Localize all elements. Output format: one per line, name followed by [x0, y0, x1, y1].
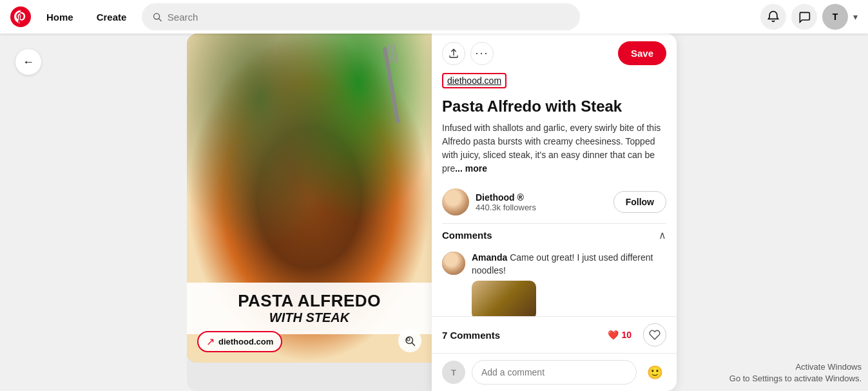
pin-title: Pasta Alfredo with Steak: [432, 94, 677, 121]
source-link[interactable]: diethood.com: [442, 73, 506, 88]
nav-chevron-icon[interactable]: ▾: [853, 12, 858, 22]
save-button[interactable]: Save: [618, 41, 666, 65]
detail-scroll-area[interactable]: ··· Save diethood.com Pasta Alfredo with…: [432, 34, 677, 316]
comment-input[interactable]: [472, 360, 637, 385]
source-tag-text: diethood.com: [218, 337, 273, 346]
like-count: 10: [621, 330, 632, 340]
heart-badge: ❤️ 10: [601, 327, 638, 343]
comments-label: Comments: [442, 230, 492, 241]
back-button[interactable]: ←: [15, 49, 41, 75]
emoji-picker-button[interactable]: 🙂: [643, 361, 666, 384]
pinterest-logo[interactable]: [10, 6, 31, 27]
svg-point-5: [407, 338, 410, 341]
commenter-avatar[interactable]: [442, 252, 465, 275]
comment-image-thumbnail[interactable]: [472, 281, 536, 316]
overlay-title: PASTA ALFREDO: [197, 292, 421, 310]
image-text-overlay: PASTA ALFREDO WITH STEAK: [187, 283, 432, 334]
author-avatar[interactable]: [442, 188, 469, 216]
comment-text: Amanda Came out great! I just used diffe…: [472, 252, 666, 277]
top-navigation: Home Create T ▾: [0, 0, 868, 34]
user-avatar[interactable]: T: [822, 4, 848, 30]
message-button[interactable]: [791, 4, 817, 30]
main-content: ← PASTA ALFREDO WITH STEAK ↗ diethood.co…: [0, 34, 868, 391]
search-input[interactable]: [168, 12, 570, 23]
add-comment-row: T 🙂: [432, 354, 677, 391]
create-link[interactable]: Create: [89, 6, 135, 28]
comments-header: Comments ∧: [442, 223, 666, 246]
collapse-comments-button[interactable]: ∧: [659, 229, 666, 241]
comment-item: Amanda Came out great! I just used diffe…: [442, 246, 666, 316]
more-options-button[interactable]: ···: [470, 42, 494, 65]
overlay-subtitle: WITH STEAK: [197, 310, 421, 325]
visual-search-button[interactable]: [398, 329, 421, 352]
notification-button[interactable]: [760, 4, 786, 30]
author-info: Diethood ® 440.3k followers: [476, 192, 607, 212]
svg-line-4: [412, 343, 414, 345]
svg-line-2: [159, 19, 162, 21]
comments-count: 7 Comments: [442, 330, 500, 341]
pin-detail-panel: ··· Save diethood.com Pasta Alfredo with…: [432, 34, 677, 391]
author-name: Diethood ®: [476, 192, 607, 203]
author-followers: 440.3k followers: [476, 203, 607, 212]
author-row: Diethood ® 440.3k followers Follow: [432, 183, 677, 223]
read-more-link[interactable]: ... more: [455, 163, 487, 174]
comment-content: Amanda Came out great! I just used diffe…: [472, 252, 666, 316]
source-tag[interactable]: ↗ diethood.com: [197, 331, 282, 352]
comments-section: Comments ∧ Amanda Came out great! I just…: [432, 223, 677, 316]
save-heart-button[interactable]: [643, 323, 666, 346]
search-icon: [152, 12, 162, 22]
pin-description: Infused with shallots and garlic, every …: [432, 121, 677, 183]
pin-image: PASTA ALFREDO WITH STEAK ↗ diethood.com: [187, 34, 432, 363]
pin-image-panel: PASTA ALFREDO WITH STEAK ↗ diethood.com: [187, 34, 432, 391]
nav-icons: T ▾: [760, 4, 858, 30]
detail-toolbar: ··· Save: [432, 34, 677, 73]
windows-activation-notice: Activate Windows Go to Settings to activ…: [729, 361, 862, 385]
search-bar[interactable]: [142, 3, 580, 30]
heart-icon: ❤️: [608, 330, 619, 340]
home-link[interactable]: Home: [39, 6, 81, 28]
comments-count-row: 7 Comments ❤️ 10: [432, 316, 677, 354]
reaction-row: ❤️ 10: [601, 323, 666, 346]
share-button[interactable]: [442, 42, 465, 65]
follow-button[interactable]: Follow: [613, 191, 666, 213]
current-user-avatar: T: [442, 361, 465, 384]
